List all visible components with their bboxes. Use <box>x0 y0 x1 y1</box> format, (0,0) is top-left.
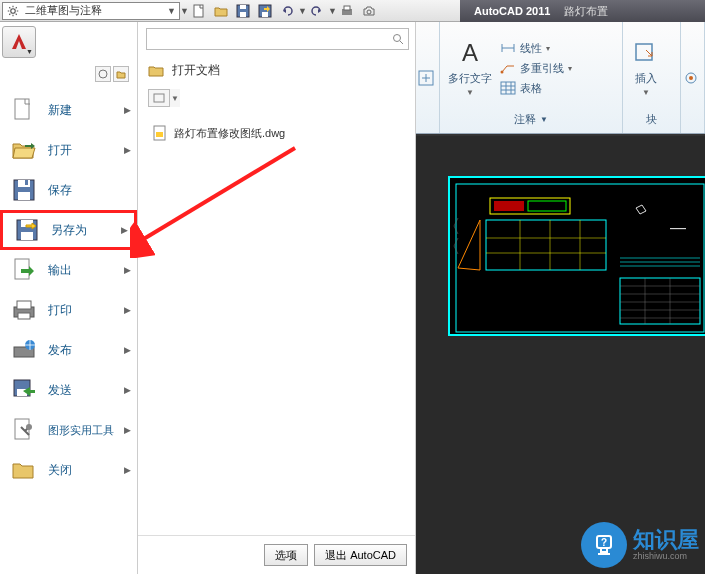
svg-point-35 <box>501 71 504 74</box>
ribbon-group-title[interactable]: 注释▼ <box>448 110 614 129</box>
save-button[interactable] <box>232 1 254 21</box>
search-input[interactable] <box>146 28 409 50</box>
menu-label: 发布 <box>48 342 124 359</box>
recent-file-item[interactable]: 路灯布置修改图纸.dwg <box>148 121 405 145</box>
recent-documents-panel: 打开文档 ▼ 路灯布置修改图纸.dwg 选项 退出 AutoCAD <box>138 22 416 574</box>
insert-button[interactable]: 插入 ▼ <box>631 39 661 97</box>
svg-rect-17 <box>21 232 33 240</box>
svg-rect-36 <box>501 82 515 94</box>
recent-small-icon[interactable] <box>95 66 111 82</box>
menu-item-publish[interactable]: 发布 ▶ <box>0 330 137 370</box>
menu-label: 输出 <box>48 262 124 279</box>
app-logo-button[interactable]: ▼ <box>2 26 36 58</box>
exit-button[interactable]: 退出 AutoCAD <box>314 544 407 566</box>
workspace-selector[interactable]: 二维草图与注释 ▼ <box>2 2 180 20</box>
send-icon <box>10 376 38 404</box>
button-label: 线性 <box>520 41 542 56</box>
sort-button[interactable] <box>148 89 170 107</box>
save-icon <box>10 176 38 204</box>
menu-item-new[interactable]: 新建 ▶ <box>0 90 137 130</box>
product-name: AutoCAD 2011 <box>474 5 550 17</box>
panel-icon[interactable] <box>683 70 699 86</box>
button-label: 插入 <box>635 71 657 86</box>
linetype-button[interactable]: 线性▾ <box>500 40 572 56</box>
multileader-button[interactable]: 多重引线▾ <box>500 60 572 76</box>
camera-button[interactable] <box>358 1 380 21</box>
svg-rect-37 <box>636 44 652 60</box>
svg-rect-11 <box>15 99 29 119</box>
open-button[interactable] <box>210 1 232 21</box>
dropdown-arrow-icon[interactable]: ▼ <box>180 6 188 16</box>
dropdown-arrow-icon[interactable]: ▼ <box>298 6 306 16</box>
menu-item-close[interactable]: 关闭 ▶ <box>0 450 137 490</box>
menu-item-utilities[interactable]: 图形实用工具 ▶ <box>0 410 137 450</box>
redo-button[interactable] <box>306 1 328 21</box>
export-icon <box>10 256 38 284</box>
folder-icon <box>148 64 166 78</box>
drawing-content: — <box>448 176 705 336</box>
watermark-badge-icon: ? <box>581 522 627 568</box>
dropdown-arrow-icon[interactable]: ▼ <box>170 89 180 107</box>
print-icon <box>10 296 38 324</box>
undo-button[interactable] <box>276 1 298 21</box>
chevron-right-icon: ▶ <box>124 305 131 315</box>
svg-point-10 <box>99 70 107 78</box>
menu-label: 打开 <box>48 142 124 159</box>
menu-item-send[interactable]: 发送 ▶ <box>0 370 137 410</box>
open-small-icon[interactable] <box>113 66 129 82</box>
drawing-canvas[interactable]: — <box>416 134 705 574</box>
svg-point-29 <box>394 35 401 42</box>
svg-rect-22 <box>18 313 30 319</box>
options-button[interactable]: 选项 <box>264 544 308 566</box>
line-icon <box>500 40 516 56</box>
chevron-right-icon: ▶ <box>124 465 131 475</box>
svg-rect-32 <box>156 132 163 137</box>
dropdown-arrow-icon: ▼ <box>167 6 175 16</box>
leader-icon <box>500 60 516 76</box>
menu-label: 新建 <box>48 102 124 119</box>
open-folder-icon <box>10 136 38 164</box>
search-icon[interactable] <box>389 28 407 50</box>
watermark-domain: zhishiwu.com <box>633 551 699 561</box>
svg-rect-13 <box>18 192 30 200</box>
close-folder-icon <box>10 456 38 484</box>
recent-header: 打开文档 <box>138 56 415 85</box>
menu-item-saveas[interactable]: 另存为 ▶ <box>0 210 137 250</box>
chevron-right-icon: ▶ <box>124 425 131 435</box>
svg-rect-44 <box>486 220 606 270</box>
svg-rect-21 <box>17 301 31 309</box>
menu-item-export[interactable]: 输出 ▶ <box>0 250 137 290</box>
watermark: ? 知识屋 zhishiwu.com <box>581 522 699 568</box>
menu-label: 保存 <box>48 182 131 199</box>
print-button[interactable] <box>336 1 358 21</box>
svg-point-39 <box>689 76 693 80</box>
chevron-right-icon: ▶ <box>121 225 128 235</box>
saveas-button[interactable] <box>254 1 276 21</box>
publish-icon <box>10 336 38 364</box>
workspace-label: 二维草图与注释 <box>25 3 102 18</box>
dropdown-arrow-icon: ▼ <box>642 88 650 97</box>
table-button[interactable]: 表格 <box>500 80 572 96</box>
svg-rect-1 <box>194 5 203 17</box>
multiline-text-button[interactable]: A 多行文字 ▼ <box>448 39 492 97</box>
svg-rect-8 <box>344 6 350 10</box>
insert-icon <box>631 39 661 69</box>
svg-rect-43 <box>528 201 566 211</box>
dropdown-arrow-icon: ▼ <box>26 48 33 55</box>
menu-label: 关闭 <box>48 462 124 479</box>
menu-label: 打印 <box>48 302 124 319</box>
new-button[interactable] <box>188 1 210 21</box>
recent-file-name: 路灯布置修改图纸.dwg <box>174 126 285 141</box>
svg-text:A: A <box>462 39 478 66</box>
menu-item-print[interactable]: 打印 ▶ <box>0 290 137 330</box>
menu-label: 另存为 <box>51 222 121 239</box>
menu-item-save[interactable]: 保存 <box>0 170 137 210</box>
svg-rect-6 <box>262 12 268 17</box>
gear-icon <box>7 5 21 17</box>
watermark-brand: 知识屋 <box>633 527 699 552</box>
saveas-icon <box>13 216 41 244</box>
dwg-icon <box>152 125 168 141</box>
dropdown-arrow-icon[interactable]: ▼ <box>328 6 336 16</box>
panel-toggle-icon[interactable] <box>418 70 434 86</box>
menu-item-open[interactable]: 打开 ▶ <box>0 130 137 170</box>
